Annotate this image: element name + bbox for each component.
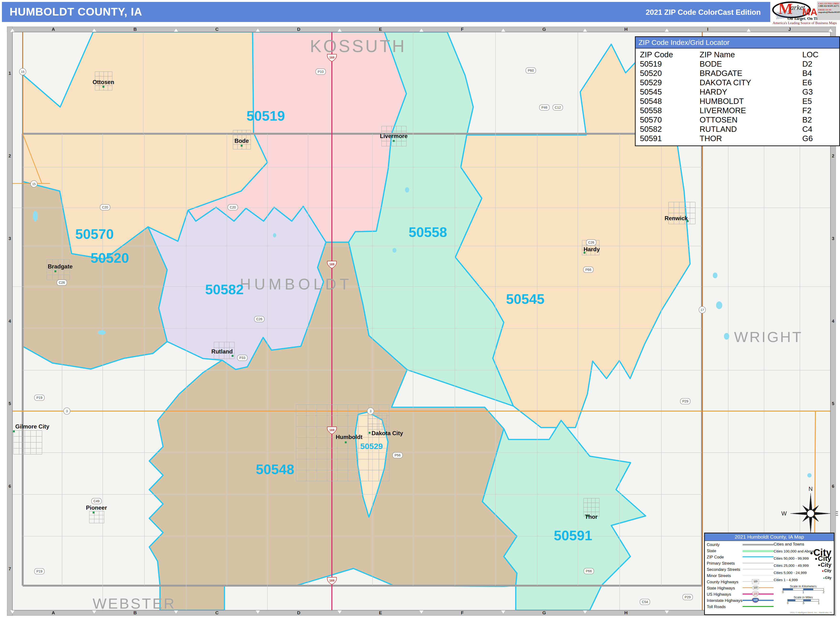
lake xyxy=(33,211,38,221)
city-dot-icon xyxy=(823,577,825,579)
shield-label: C26 xyxy=(256,317,262,321)
city-class-demo: City xyxy=(818,562,831,568)
town-dot xyxy=(369,432,371,434)
shield-label: P66 xyxy=(586,569,592,573)
shield-label: 169 xyxy=(329,428,334,432)
ruler-letter-top: B xyxy=(133,27,137,32)
town-label: Thor xyxy=(585,513,598,520)
zip-index-cell: 50545 xyxy=(640,87,699,97)
zip-index-cell: B2 xyxy=(802,115,836,124)
ruler-number-left: 3 xyxy=(9,236,11,241)
town-label: Ottosen xyxy=(92,79,114,85)
legend-item-zip: ZIP Code xyxy=(707,555,724,560)
ruler-number-right: 3 xyxy=(832,236,834,241)
legend-city-class: Cities 50,000 - 99,999City xyxy=(773,554,833,562)
shield-label: C26 xyxy=(588,241,594,244)
legend-item-chwy: County Highways123 xyxy=(707,580,738,585)
zip-index-cell: LIVERMORE xyxy=(699,106,802,115)
lake xyxy=(713,273,717,278)
shield-label: 15 xyxy=(32,182,36,186)
town-label: Pioneer xyxy=(86,504,107,511)
ruler-letter-top: D xyxy=(297,27,300,32)
shield-label: P10 xyxy=(318,70,324,74)
zip-label-50558: 50558 xyxy=(409,224,447,240)
zip-label-50545: 50545 xyxy=(506,291,544,307)
shield-label: C12 xyxy=(555,106,561,109)
zip-index-cell: F2 xyxy=(802,106,836,115)
city-class-demo: City xyxy=(823,576,831,580)
shield-label: P33 xyxy=(239,356,245,360)
legend-city-class: Cities 5,000 - 24,999City xyxy=(773,569,833,576)
legend-item-label: ZIP Code xyxy=(707,555,724,559)
shield-label: P66 xyxy=(586,268,592,271)
lake xyxy=(807,473,811,477)
legend-item-sample xyxy=(743,606,773,607)
shield-label: 169 xyxy=(329,262,334,266)
zip-index-cell: E5 xyxy=(802,97,836,106)
zip-index-cell: 50529 xyxy=(640,78,699,87)
zip-index-rows: ZIP CodeZIP NameLOC50519BODED250520BRADG… xyxy=(640,50,836,143)
zip-index-row: 50582RUTLANDC4 xyxy=(640,124,836,134)
legend-shield-icon: 123 xyxy=(752,592,759,597)
legend-city-class: Cities 100,000 and AboveCity xyxy=(773,547,833,554)
legend-item-toll: Toll Roads xyxy=(707,604,726,610)
town-dot xyxy=(345,441,347,443)
zip-label-50591: 50591 xyxy=(554,528,592,543)
shield-label: C20 xyxy=(102,205,108,209)
shield-label: C49 xyxy=(93,499,100,503)
ruler-number-left: 1 xyxy=(9,71,11,76)
legend-item-label: US Highways xyxy=(707,592,731,597)
legend-item-ushwy: US Highways123 xyxy=(707,592,731,598)
ruler-number-right: 2 xyxy=(832,154,834,158)
ruler-letter-top: E xyxy=(379,27,382,32)
zip-index-cell: OTTOSEN xyxy=(699,115,802,124)
zip-label-50582: 50582 xyxy=(205,282,244,297)
legend-shield-icon: 123 xyxy=(752,579,759,584)
county-label-kossuth: KOSSUTH xyxy=(310,36,406,56)
town-dot xyxy=(241,145,242,147)
zip-index-cell: BRADGATE xyxy=(699,68,802,78)
legend-item-ihwy: Interstate Highways123 xyxy=(707,598,742,604)
zip-label-50570: 50570 xyxy=(75,226,114,242)
legend-city-class: Cities 1 - 4,999City xyxy=(773,576,833,583)
legend-item-p1: Primary Streets xyxy=(707,561,735,567)
ruler-letter-bottom: A xyxy=(51,610,55,615)
city-class-label: Cities 50,000 - 99,999 xyxy=(773,556,809,560)
county-label-wright: WRIGHT xyxy=(734,329,802,345)
shield-label: C26 xyxy=(59,281,65,285)
zip-index-row: 50548HUMBOLDTE5 xyxy=(640,97,836,106)
scale-ticks: 0.51 xyxy=(788,601,819,605)
zip-index-table: ZIP Code Index/Grid Locator ZIP CodeZIP … xyxy=(635,36,840,146)
zip-index-column: ZIP Code xyxy=(640,50,699,59)
legend-item-sample xyxy=(743,562,773,564)
zip-index-cell: 50558 xyxy=(640,106,699,115)
scale-bar-graphic xyxy=(787,599,819,601)
city-class-label: Cities 100,000 and Above xyxy=(773,549,814,553)
legend-item-label: State xyxy=(707,548,716,553)
zip-index-cell: 50520 xyxy=(640,68,699,78)
ruler-letter-bottom: B xyxy=(133,610,137,615)
city-class-label: Cities 5,000 - 24,999 xyxy=(773,571,807,575)
city-class-demo: City xyxy=(822,569,831,573)
ruler-letter-top: I xyxy=(707,27,708,32)
town-label: Renwick xyxy=(664,215,688,221)
ruler-letter-top: J xyxy=(788,27,791,32)
zip-label-50519: 50519 xyxy=(247,108,285,123)
town-label: Livermore xyxy=(380,133,407,139)
legend-item-p2: Secondary Streets xyxy=(707,567,740,573)
ruler-number-right: 6 xyxy=(832,484,834,489)
lake xyxy=(716,301,722,309)
ruler-number-left: 2 xyxy=(9,154,11,158)
page: HUMBOLDT COUNTY, IA 2021 ZIP Code ColorC… xyxy=(0,0,840,621)
zip-label-50548: 50548 xyxy=(256,462,294,477)
town-label: Bradgate xyxy=(48,263,73,270)
ruler-number-left: 5 xyxy=(9,401,11,406)
town-dot xyxy=(232,355,233,357)
ruler-letter-top: F xyxy=(461,27,464,32)
town-label: Rutland xyxy=(211,348,233,355)
ruler-letter-bottom: E xyxy=(379,610,382,615)
scale-title: Scale in Kilometers xyxy=(773,585,833,588)
town-label: Dakota City xyxy=(372,430,403,436)
legend-city-classes: Cities 100,000 and AboveCityCities 50,00… xyxy=(773,547,833,583)
ruler-number-right: 5 xyxy=(832,401,834,406)
